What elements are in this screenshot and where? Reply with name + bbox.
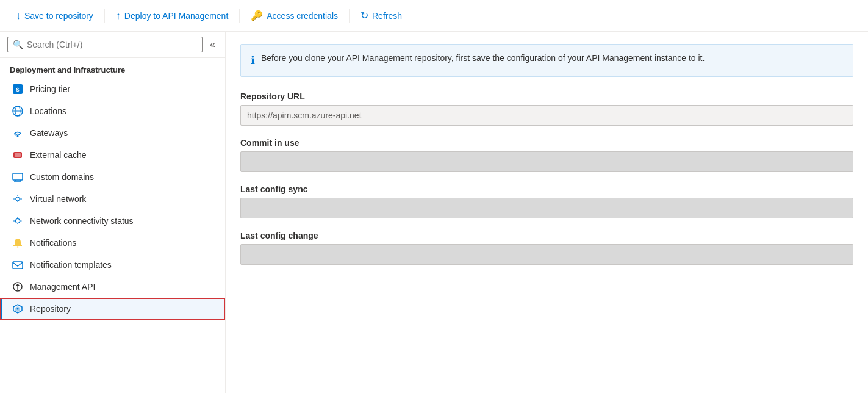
field-label-last-config-sync: Last config sync [240,184,853,194]
sidebar-item-label: External cache [30,150,87,160]
sidebar-item-label: Network connectivity status [30,216,134,226]
notifications-icon [12,237,24,249]
info-banner-text: Before you clone your API Management rep… [261,52,705,65]
sidebar-item-label: Repository [30,304,71,314]
refresh-icon: ↻ [360,10,368,21]
access-credentials-button[interactable]: 🔑 Access credentials [245,6,344,25]
sidebar-item-custom-domains[interactable]: Custom domains [0,166,225,188]
sidebar-item-gateways[interactable]: Gateways [0,122,225,144]
content-area: ℹ Before you clone your API Management r… [226,32,868,393]
field-group-last-config-change: Last config change [240,231,853,265]
svg-point-12 [16,197,20,201]
pricing-tier-icon: $ [12,83,24,95]
sidebar-item-label: Notification templates [30,260,112,270]
notification-templates-icon [12,259,24,271]
save-to-repository-button[interactable]: ↓ Save to repository [10,7,99,25]
search-icon: 🔍 [13,40,23,49]
sidebar-item-label: Management API [30,282,95,292]
sidebar-item-network-connectivity[interactable]: Network connectivity status [0,210,225,232]
sidebar: 🔍 « Deployment and infrastructure $ Pric… [0,32,226,393]
sidebar-item-label: Gateways [30,128,68,138]
main-layout: 🔍 « Deployment and infrastructure $ Pric… [0,32,868,393]
svg-point-5 [17,135,19,137]
toolbar-separator-1 [104,9,105,23]
repository-url-input[interactable] [240,105,853,126]
sidebar-item-repository[interactable]: Repository [0,298,225,320]
sidebar-item-notifications[interactable]: Notifications [0,232,225,254]
repository-icon [12,303,24,315]
svg-text:$: $ [16,87,19,93]
network-connectivity-icon [12,215,24,227]
search-input[interactable] [27,40,197,49]
last-config-change-input[interactable] [240,244,853,265]
save-icon: ↓ [16,10,21,21]
sidebar-item-label: Custom domains [30,172,94,182]
deploy-icon: ↑ [116,10,121,21]
last-config-sync-input[interactable] [240,198,853,218]
field-label-last-config-change: Last config change [240,231,853,240]
custom-domains-icon [12,171,24,183]
sidebar-item-notification-templates[interactable]: Notification templates [0,254,225,276]
svg-point-17 [16,219,20,223]
gateways-icon [12,127,24,139]
sidebar-scroll: Deployment and infrastructure $ Pricing … [0,58,225,393]
info-banner: ℹ Before you clone your API Management r… [240,44,853,77]
sidebar-search-row: 🔍 « [0,32,225,58]
svg-rect-8 [13,173,23,180]
sidebar-item-pricing-tier[interactable]: $ Pricing tier [0,78,225,100]
field-group-last-config-sync: Last config sync [240,184,853,218]
field-label-repository-url: Repository URL [240,92,853,101]
field-label-commit-in-use: Commit in use [240,138,853,148]
svg-rect-23 [13,262,23,269]
deploy-to-api-button[interactable]: ↑ Deploy to API Management [110,7,234,25]
sidebar-item-external-cache[interactable]: External cache [0,144,225,166]
sidebar-item-locations[interactable]: Locations [0,100,225,122]
sidebar-item-management-api[interactable]: Management API [0,276,225,298]
sidebar-item-virtual-network[interactable]: Virtual network [0,188,225,210]
key-icon: 🔑 [251,10,263,21]
sidebar-search-box[interactable]: 🔍 [7,37,203,52]
sidebar-item-label: Notifications [30,238,76,248]
locations-icon [12,105,24,117]
svg-point-28 [17,308,19,310]
sidebar-item-label: Pricing tier [30,84,70,94]
sidebar-item-label: Virtual network [30,194,86,204]
field-group-repository-url: Repository URL [240,92,853,126]
info-icon: ℹ [251,52,255,69]
sidebar-section-title: Deployment and infrastructure [0,58,225,78]
svg-point-22 [17,247,19,248]
toolbar-separator-3 [349,9,350,23]
svg-rect-7 [15,153,21,157]
sidebar-item-label: Locations [30,106,66,116]
external-cache-icon [12,149,24,161]
toolbar-separator-2 [239,9,240,23]
refresh-button[interactable]: ↻ Refresh [354,6,408,25]
collapse-sidebar-button[interactable]: « [207,37,218,52]
commit-in-use-input[interactable] [240,151,853,172]
virtual-network-icon [12,193,24,205]
field-group-commit-in-use: Commit in use [240,138,853,172]
toolbar: ↓ Save to repository ↑ Deploy to API Man… [0,0,868,32]
management-api-icon [12,281,24,293]
